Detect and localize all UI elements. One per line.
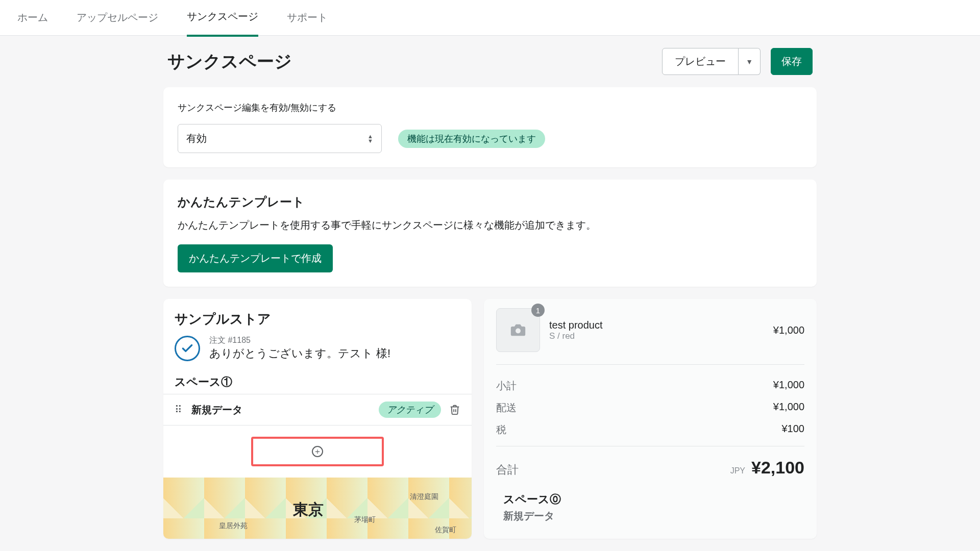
grand-total-amount: ¥2,100 bbox=[751, 458, 804, 478]
tab-support[interactable]: サポート bbox=[287, 11, 328, 36]
grand-total-row: 合計 JPY ¥2,100 bbox=[496, 446, 804, 478]
camera-icon bbox=[509, 321, 527, 339]
tab-thanks[interactable]: サンクスページ bbox=[187, 10, 258, 37]
map-poi: 茅場町 bbox=[354, 515, 376, 524]
preview-button-group: プレビュー ▼ bbox=[662, 48, 761, 75]
preview-button[interactable]: プレビュー bbox=[662, 48, 739, 75]
map-poi: 佐賀町 bbox=[435, 525, 456, 535]
tab-home[interactable]: ホーム bbox=[17, 11, 48, 36]
enable-status-badge: 機能は現在有効になっています bbox=[398, 130, 545, 148]
template-create-button[interactable]: かんたんテンプレートで作成 bbox=[178, 244, 333, 272]
currency-label: JPY bbox=[730, 466, 745, 475]
order-summary-panel: 1 test product S / red ¥1,000 小計 ¥1,000 … bbox=[484, 299, 817, 539]
enable-select[interactable]: 有効 ▲▼ bbox=[178, 124, 382, 153]
add-highlight-box: ＋ bbox=[251, 437, 384, 466]
enable-label: サンクスページ編集を有効/無効にする bbox=[178, 102, 802, 114]
check-circle-icon bbox=[175, 336, 200, 361]
template-title: かんたんテンプレート bbox=[178, 194, 802, 210]
tax-row: 税 ¥100 bbox=[496, 419, 804, 441]
template-desc: かんたんテンプレートを使用する事で手軽にサンクスページに様々な機能が追加できます… bbox=[178, 218, 802, 232]
caret-down-icon: ▼ bbox=[746, 58, 753, 66]
data-row-label: 新規データ bbox=[191, 403, 242, 417]
add-row: ＋ bbox=[163, 425, 472, 478]
svg-point-0 bbox=[516, 328, 521, 333]
product-thumbnail: 1 bbox=[496, 308, 540, 352]
shipping-row: 配送 ¥1,000 bbox=[496, 397, 804, 419]
header-actions: プレビュー ▼ 保存 bbox=[662, 48, 813, 75]
enable-card: サンクスページ編集を有効/無効にする 有効 ▲▼ 機能は現在有効になっています bbox=[163, 87, 817, 167]
map-city-label: 東京 bbox=[293, 499, 324, 520]
drag-handle-icon[interactable]: ⠿ bbox=[175, 404, 182, 416]
store-name: サンプルストア bbox=[163, 310, 472, 335]
map-poi: 清澄庭園 bbox=[410, 492, 438, 502]
item-name: test product bbox=[549, 319, 764, 331]
item-variant: S / red bbox=[549, 331, 764, 341]
map-preview: 東京 皇居外苑 清澄庭園 茅場町 佐賀町 bbox=[163, 478, 472, 539]
preview-dropdown[interactable]: ▼ bbox=[739, 48, 761, 75]
space-section-label: スペース① bbox=[163, 370, 472, 394]
right-space-label: スペース⓪ bbox=[496, 478, 804, 509]
map-poi: 皇居外苑 bbox=[219, 521, 248, 531]
trash-icon[interactable] bbox=[449, 404, 460, 415]
data-row[interactable]: ⠿ 新規データ アクティブ bbox=[163, 394, 472, 425]
right-peek-row: 新規データ bbox=[496, 509, 804, 523]
subtotal-row: 小計 ¥1,000 bbox=[496, 375, 804, 397]
thanks-message: ありがとうございます。テスト 様! bbox=[209, 346, 390, 361]
sample-preview-panel: サンプルストア 注文 #1185 ありがとうございます。テスト 様! スペース①… bbox=[163, 299, 472, 539]
page-title: サンクスページ bbox=[167, 50, 292, 73]
thanks-row: 注文 #1185 ありがとうございます。テスト 様! bbox=[163, 335, 472, 370]
add-icon[interactable]: ＋ bbox=[312, 446, 323, 457]
tab-upsell[interactable]: アップセルページ bbox=[77, 11, 158, 36]
qty-badge: 1 bbox=[531, 304, 545, 317]
order-item: 1 test product S / red ¥1,000 bbox=[496, 308, 804, 364]
data-row-status-badge: アクティブ bbox=[379, 402, 441, 418]
top-tabs: ホーム アップセルページ サンクスページ サポート bbox=[0, 0, 980, 36]
select-caret-icon: ▲▼ bbox=[368, 134, 373, 143]
template-card: かんたんテンプレート かんたんテンプレートを使用する事で手軽にサンクスページに様… bbox=[163, 180, 817, 287]
enable-select-value: 有効 bbox=[186, 132, 207, 145]
totals: 小計 ¥1,000 配送 ¥1,000 税 ¥100 合計 JPY ¥2,100 bbox=[496, 364, 804, 478]
page-header: サンクスページ プレビュー ▼ 保存 bbox=[163, 48, 817, 87]
item-price: ¥1,000 bbox=[773, 324, 804, 336]
order-number: 注文 #1185 bbox=[209, 335, 390, 346]
save-button[interactable]: 保存 bbox=[771, 48, 813, 75]
